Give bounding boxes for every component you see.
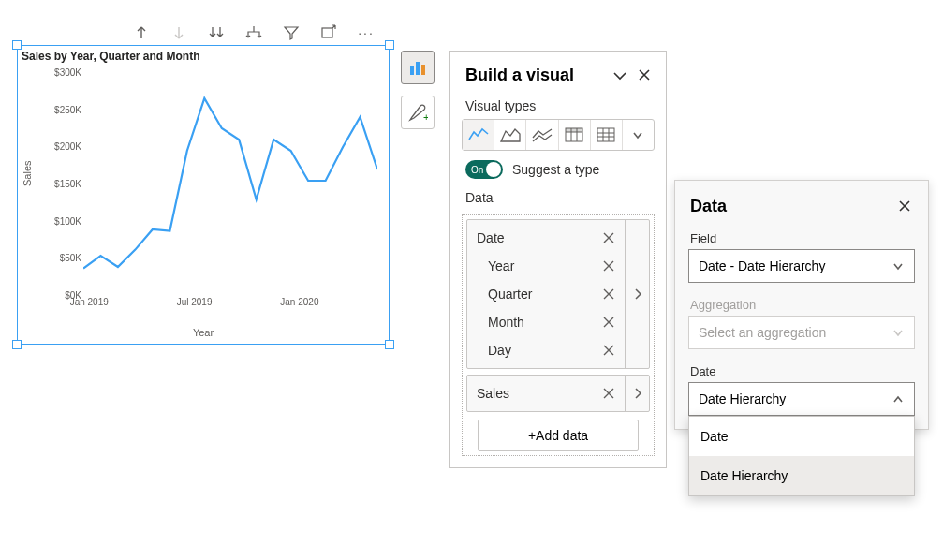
sales-field-card[interactable]: Sales [466, 375, 650, 412]
field-options-icon[interactable] [625, 220, 649, 368]
visual-type-more-icon[interactable] [623, 120, 654, 150]
remove-field-icon[interactable] [600, 286, 617, 302]
chart-toolbar: ··· [131, 22, 376, 43]
expand-down-double-icon[interactable] [206, 22, 227, 43]
expand-hierarchy-icon[interactable] [243, 22, 264, 43]
build-visual-tab-button[interactable] [401, 51, 435, 84]
visual-type-line-icon[interactable] [463, 120, 494, 150]
x-axis-ticks: Jan 2019 Jul 2019 Jan 2020 [83, 297, 376, 310]
selection-handle[interactable] [12, 340, 22, 349]
y-tick: $100K [44, 215, 81, 226]
remove-field-icon[interactable] [600, 258, 617, 274]
suggest-type-label: Suggest a type [512, 162, 599, 177]
date-select-value: Date Hierarchy [699, 391, 891, 406]
date-select[interactable]: Date Hierarchy [688, 382, 915, 416]
field-name: Day [488, 343, 600, 358]
drill-up-icon[interactable] [131, 22, 152, 43]
y-tick: $200K [44, 141, 81, 152]
aggregation-placeholder: Select an aggregation [699, 325, 891, 340]
y-tick: $300K [44, 67, 81, 78]
collapse-icon[interactable] [610, 65, 630, 85]
menu-item-date[interactable]: Date [689, 417, 914, 456]
svg-rect-9 [566, 128, 582, 132]
remove-field-icon[interactable] [600, 314, 617, 331]
filter-icon[interactable] [281, 22, 302, 43]
field-name: Month [488, 315, 600, 330]
field-month-row: Month [467, 308, 625, 336]
selection-handle[interactable] [385, 40, 394, 50]
field-name: Date [477, 230, 600, 245]
build-visual-panel: Build a visual Visual types On Suggest a [449, 51, 667, 468]
field-name: Sales [477, 386, 600, 401]
close-icon[interactable] [634, 65, 655, 85]
y-tick: $50K [44, 253, 81, 263]
build-panel-title: Build a visual [465, 66, 606, 85]
build-panel-header: Build a visual [450, 52, 666, 95]
svg-rect-0 [322, 28, 332, 37]
data-fields-block: Date Year Quarter Month Day [462, 214, 655, 456]
chevron-down-icon [891, 259, 905, 273]
data-panel-title: Data [690, 197, 894, 216]
field-name: Year [488, 258, 600, 273]
visual-types-label: Visual types [450, 95, 666, 119]
toggle-label: On [471, 165, 483, 175]
date-select-menu: Date Date Hierarchy [688, 416, 915, 496]
remove-field-icon[interactable] [600, 385, 617, 402]
field-label: Field [675, 226, 928, 249]
svg-text:+: + [423, 111, 428, 123]
menu-item-date-hierarchy[interactable]: Date Hierarchy [689, 456, 914, 495]
svg-rect-10 [597, 128, 614, 141]
remove-field-icon[interactable] [600, 342, 617, 359]
more-options-icon[interactable]: ··· [356, 22, 376, 43]
menu-item-label: Date Hierarchy [700, 468, 788, 483]
add-data-button[interactable]: +Add data [478, 420, 639, 451]
x-tick: Jul 2019 [177, 297, 213, 307]
y-tick: $150K [44, 179, 81, 189]
visual-pane-tabs: + [401, 51, 435, 129]
visual-type-matrix-icon[interactable] [591, 120, 623, 150]
y-axis-ticks: $300K $250K $200K $150K $100K $50K $0K [44, 72, 81, 295]
visual-types-row [462, 119, 655, 151]
svg-rect-2 [416, 62, 420, 75]
svg-rect-3 [421, 65, 425, 75]
aggregation-select: Select an aggregation [688, 316, 915, 349]
data-panel-header: Data [675, 181, 928, 226]
selection-handle[interactable] [12, 40, 22, 50]
chart-visual[interactable]: Sales by Year, Quarter and Month Sales Y… [17, 45, 390, 345]
focus-mode-icon[interactable] [318, 22, 339, 43]
drill-down-icon[interactable] [169, 22, 189, 43]
date-select-wrap: Date Hierarchy Date Date Hierarchy [688, 382, 915, 416]
field-select-value: Date - Date Hierarchy [699, 258, 891, 273]
svg-rect-1 [410, 66, 414, 75]
visual-type-table-icon[interactable] [559, 120, 591, 150]
x-tick: Jan 2020 [280, 297, 318, 307]
date-label: Date [675, 359, 928, 382]
field-quarter-row: Quarter [467, 280, 625, 308]
data-flyout-panel: Data Field Date - Date Hierarchy Aggrega… [674, 180, 929, 430]
x-tick: Jan 2019 [70, 297, 109, 307]
field-select[interactable]: Date - Date Hierarchy [688, 249, 915, 283]
visual-type-multiline-icon[interactable] [526, 120, 558, 150]
data-section-label: Data [450, 186, 666, 211]
line-chart-svg [83, 72, 377, 297]
chevron-down-icon [891, 326, 905, 339]
remove-field-icon[interactable] [600, 229, 617, 246]
field-date-row: Date [467, 224, 625, 252]
field-sales-row: Sales [467, 379, 625, 407]
date-field-card[interactable]: Date Year Quarter Month Day [466, 219, 650, 369]
chevron-up-icon [891, 392, 905, 405]
suggest-type-row: On Suggest a type [450, 151, 666, 186]
suggest-type-toggle[interactable]: On [465, 160, 503, 179]
selection-handle[interactable] [385, 340, 394, 349]
chart-title: Sales by Year, Quarter and Month [22, 50, 200, 63]
menu-item-label: Date [700, 429, 729, 444]
visual-type-area-icon[interactable] [494, 120, 526, 150]
field-options-icon[interactable] [625, 376, 649, 411]
field-name: Quarter [488, 287, 600, 302]
y-tick: $250K [44, 104, 81, 114]
field-day-row: Day [467, 336, 625, 364]
format-visual-tab-button[interactable]: + [401, 96, 435, 129]
y-axis-label: Sales [22, 160, 33, 186]
add-data-label: +Add data [528, 428, 588, 443]
close-icon[interactable] [894, 196, 915, 216]
